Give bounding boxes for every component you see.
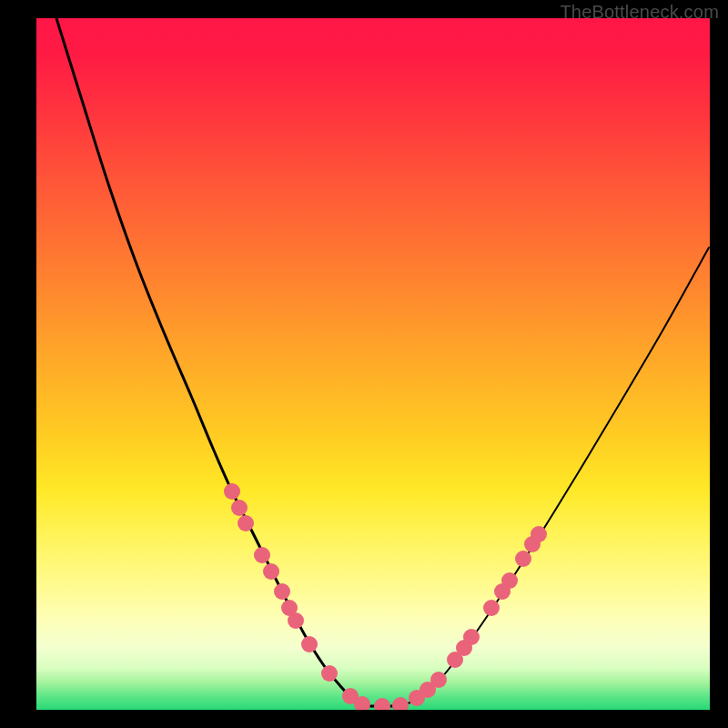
curve-markers (224, 483, 547, 710)
curve-svg (36, 18, 710, 710)
plot-area (36, 18, 710, 710)
series-right-curve (400, 248, 709, 706)
data-marker (374, 698, 390, 710)
data-marker (274, 583, 290, 600)
data-marker (483, 600, 500, 616)
data-marker (301, 636, 318, 652)
data-marker (263, 563, 279, 580)
data-marker (430, 672, 447, 688)
data-marker (463, 629, 480, 645)
data-marker (254, 547, 270, 563)
data-marker (531, 526, 547, 542)
data-marker (392, 697, 409, 710)
data-marker (288, 612, 304, 629)
curve-lines (56, 18, 709, 706)
data-marker (515, 551, 531, 567)
data-marker (321, 665, 338, 682)
data-marker (501, 572, 518, 589)
data-marker (224, 483, 240, 500)
chart-container: TheBottleneck.com (0, 0, 728, 728)
series-left-curve (56, 18, 364, 706)
data-marker (238, 515, 254, 531)
data-marker (231, 500, 248, 516)
